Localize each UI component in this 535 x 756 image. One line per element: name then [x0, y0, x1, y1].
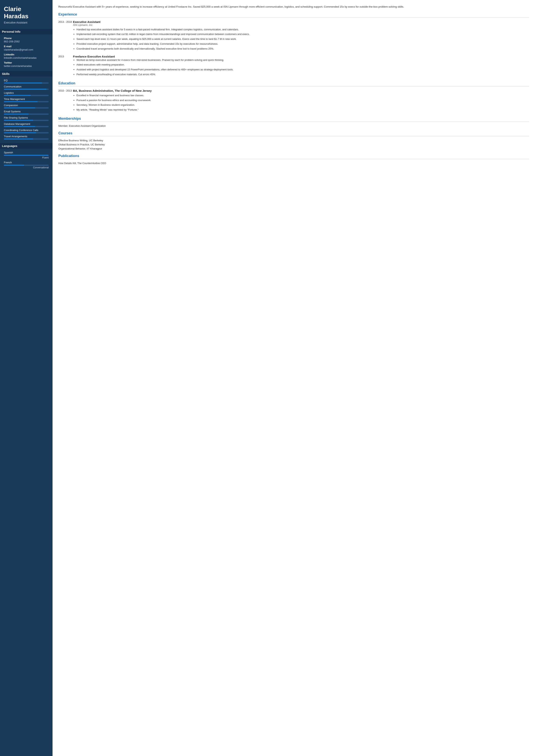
skill-name: EQ — [4, 79, 49, 82]
skill-bar-fill — [4, 82, 42, 84]
skills-list: EQCommunicationLogisticsTime ManagementC… — [4, 79, 49, 140]
skill-name: Travel Arrangements — [4, 135, 49, 138]
skill-bar-background — [4, 114, 49, 115]
skill-name: Coordinating Conference Calls — [4, 129, 49, 132]
skill-bar-fill — [4, 101, 38, 102]
publications-title: Publications — [58, 154, 529, 159]
job-bullets: Handled top executive assistant duties f… — [73, 28, 529, 51]
skill-bar-background — [4, 132, 49, 133]
email-label: E-mail — [4, 45, 49, 48]
language-name: French — [4, 161, 49, 164]
list-item: Effective Business Writing, UC Berkeley — [58, 139, 529, 142]
list-item: My article, "Reading Minds" was reprinte… — [76, 108, 529, 112]
phone-label: Phone — [4, 37, 49, 40]
job-dates: 2013 — [58, 55, 73, 77]
skill-bar-background — [4, 126, 49, 127]
language-level: Conversational — [4, 166, 49, 169]
list-item: How Details Kill, The Counterintuitive C… — [58, 162, 529, 165]
skill-bar-background — [4, 82, 49, 84]
languages-list: SpanishFluentFrenchConversational — [4, 151, 49, 169]
edu-dates: 2010 - 2013 — [58, 89, 73, 113]
skill-bar-fill — [4, 138, 33, 140]
skill-bar-background — [4, 95, 49, 96]
sidebar: Clarie Haradas Executive Assistant Perso… — [0, 0, 52, 756]
list-item: Saved each top-level exec 11 hours per w… — [76, 37, 529, 41]
list-item: Secretary, Women in Business student org… — [76, 103, 529, 107]
linkedin-value: linkedin.com/in/clarieharadas — [4, 56, 49, 59]
experience-section: Experience 2013 - 2018Executive Assistan… — [58, 13, 529, 77]
list-item: Coordinated travel arrangements both dom… — [76, 47, 529, 51]
list-item: Worked as temp executive assistant for 4… — [76, 58, 529, 62]
phone-value: 862-208-2592 — [4, 40, 49, 43]
job-company: ISN Lipmann, Inc. — [73, 23, 529, 26]
list-item: Member, Executive Assistant Organization — [58, 124, 529, 127]
job-title: Freelance Executive Assistant — [73, 55, 529, 58]
language-level: Fluent — [4, 156, 49, 159]
language-name: Spanish — [4, 151, 49, 154]
twitter-value: twitter.com/clarieharadas — [4, 65, 49, 68]
job-title: Executive Assistant — [73, 20, 529, 23]
table-row: 2013 - 2018Executive AssistantISN Lipman… — [58, 20, 529, 52]
skill-name: Database Management — [4, 122, 49, 125]
candidate-name: Clarie Haradas — [4, 6, 49, 20]
main-content: Resourceful Executive Assistant with 5+ … — [52, 0, 535, 756]
languages-heading: Languages — [0, 143, 52, 149]
list-item: Excelled in financial management and bus… — [76, 94, 529, 97]
publications-section: Publications How Details Kill, The Count… — [58, 154, 529, 165]
list-item: Provided executive project support, admi… — [76, 42, 529, 46]
list-item: Global Business in Practice, UC Berkeley — [58, 143, 529, 146]
skill-bar-background — [4, 101, 49, 102]
skill-bar-fill — [4, 107, 35, 108]
skill-bar-fill — [4, 120, 33, 121]
skill-name: Email Systems — [4, 110, 49, 113]
job-content: Freelance Executive AssistantWorked as t… — [73, 55, 529, 77]
skill-name: Logistics — [4, 91, 49, 94]
memberships-list: Member, Executive Assistant Organization — [58, 124, 529, 127]
list-item: Handled top executive assistant duties f… — [76, 28, 529, 32]
list-item: Pursued a passion for business ethics an… — [76, 98, 529, 102]
education-list: 2010 - 2013BA, Business Administration, … — [58, 89, 529, 113]
skill-bar-fill — [4, 89, 46, 90]
summary-text: Resourceful Executive Assistant with 5+ … — [58, 5, 529, 9]
courses-title: Courses — [58, 131, 529, 136]
skill-bar-background — [4, 138, 49, 140]
email-value: clarieharadas@gmail.com — [4, 48, 49, 51]
skill-name: File-Sharing Systems — [4, 116, 49, 119]
skill-bar-fill — [4, 95, 31, 96]
publications-list: How Details Kill, The Counterintuitive C… — [58, 162, 529, 165]
skill-bar-background — [4, 120, 49, 121]
job-content: Executive AssistantISN Lipmann, Inc.Hand… — [73, 20, 529, 52]
twitter-label: Twitter — [4, 61, 49, 64]
list-item: Aided executives with meeting preparatio… — [76, 63, 529, 67]
skill-name: Time Management — [4, 97, 49, 100]
list-item: Organizational Behavior, IIT Kharagpur — [58, 147, 529, 150]
language-bar-fill — [4, 165, 24, 166]
education-section: Education 2010 - 2013BA, Business Admini… — [58, 81, 529, 113]
list-item: Implemented call-recording system that c… — [76, 32, 529, 36]
language-bar-fill — [4, 155, 49, 156]
language-bar-background — [4, 155, 49, 156]
courses-section: Courses Effective Business Writing, UC B… — [58, 131, 529, 150]
skill-name: Compassion — [4, 104, 49, 107]
skill-bar-fill — [4, 126, 35, 127]
skill-bar-fill — [4, 132, 36, 133]
experience-title: Experience — [58, 13, 529, 17]
table-row: 2013Freelance Executive AssistantWorked … — [58, 55, 529, 77]
personal-info-heading: Personal Info — [0, 29, 52, 34]
skill-name: Communication — [4, 85, 49, 88]
candidate-title: Executive Assistant — [4, 21, 49, 24]
memberships-title: Memberships — [58, 117, 529, 122]
skill-bar-background — [4, 89, 49, 90]
education-title: Education — [58, 81, 529, 86]
edu-content: BA, Business Administration, The College… — [73, 89, 529, 113]
list-item: Performed weekly proofreading of executi… — [76, 72, 529, 77]
jobs-list: 2013 - 2018Executive AssistantISN Lipman… — [58, 20, 529, 77]
skills-heading: Skills — [0, 71, 52, 77]
skill-bar-fill — [4, 114, 29, 115]
edu-bullets: Excelled in financial management and bus… — [73, 94, 529, 112]
list-item: Assisted with project logistics and deve… — [76, 68, 529, 72]
table-row: 2010 - 2013BA, Business Administration, … — [58, 89, 529, 113]
courses-list: Effective Business Writing, UC BerkeleyG… — [58, 139, 529, 150]
job-dates: 2013 - 2018 — [58, 20, 73, 52]
linkedin-label: LinkedIn — [4, 53, 49, 56]
